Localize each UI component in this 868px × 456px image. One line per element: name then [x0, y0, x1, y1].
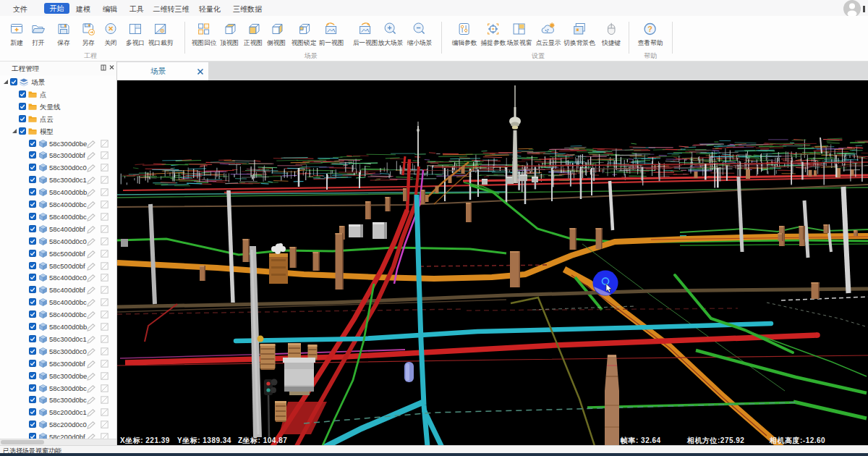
svg-text:相机高度:-12.60: 相机高度:-12.60	[769, 436, 825, 444]
svg-text:X坐标: 221.39: X坐标: 221.39	[120, 436, 170, 444]
svg-text:帧率: 32.64: 帧率: 32.64	[620, 436, 661, 444]
svg-text:Z坐标: 104.87: Z坐标: 104.87	[238, 436, 287, 444]
svg-text:Y坐标: 1389.34: Y坐标: 1389.34	[177, 436, 231, 444]
svg-text:?: ?	[648, 25, 653, 33]
svg-text:相机方位:275.92: 相机方位:275.92	[686, 436, 744, 444]
